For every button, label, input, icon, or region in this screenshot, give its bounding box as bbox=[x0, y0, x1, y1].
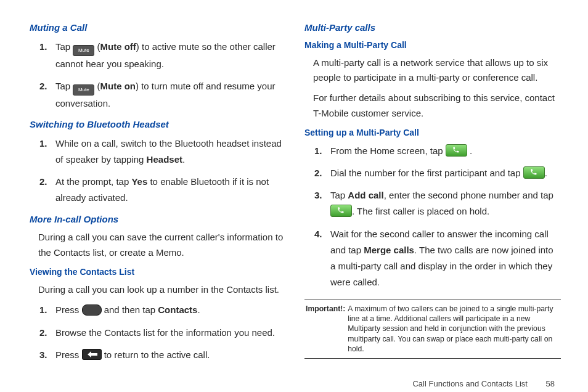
step-text: Tap bbox=[55, 41, 73, 52]
step-bold: Add call bbox=[348, 190, 383, 200]
step-text: , enter the second phone number and tap bbox=[384, 190, 553, 200]
body-text: During a call you can look up a number i… bbox=[38, 282, 286, 298]
manual-page: Muting a Call Tap Mute (Mute off) to act… bbox=[0, 0, 588, 392]
step-text: From the Home screen, tap bbox=[330, 145, 446, 156]
list-item: From the Home screen, tap . bbox=[330, 143, 561, 159]
step-bold: Yes bbox=[131, 176, 147, 187]
body-text: A multi-party call is a network service … bbox=[313, 55, 561, 86]
right-column: Multi-Party calls Making a Multi-Party C… bbox=[304, 18, 561, 369]
footer-section: Call Functions and Contacts List bbox=[412, 379, 527, 388]
list-item: At the prompt, tap Yes to enable Bluetoo… bbox=[55, 174, 286, 206]
step-text: . bbox=[545, 168, 547, 178]
step-text: . bbox=[197, 304, 200, 315]
step-text: to return to the active call. bbox=[104, 349, 210, 360]
important-text: A maximum of two callers can be joined t… bbox=[348, 304, 560, 354]
heading-setting-multiparty: Setting up a Multi-Party Call bbox=[304, 126, 561, 139]
important-note: Important!: A maximum of two callers can… bbox=[304, 300, 561, 359]
important-label: Important!: bbox=[306, 304, 348, 354]
step-text: Press bbox=[55, 304, 82, 315]
contacts-steps: Press and then tap Contacts. Browse the … bbox=[30, 302, 286, 363]
step-bold: Merge calls bbox=[364, 245, 414, 255]
list-item: Tap Mute (Mute on) to turn mute off and … bbox=[55, 78, 286, 112]
back-button-icon bbox=[82, 349, 102, 360]
body-text: For further details about subscribing to… bbox=[313, 91, 561, 121]
muting-steps: Tap Mute (Mute off) to active mute so th… bbox=[30, 39, 286, 112]
left-column: Muting a Call Tap Mute (Mute off) to act… bbox=[30, 18, 286, 369]
step-text: . bbox=[470, 145, 472, 156]
list-item: Wait for the second caller to answer the… bbox=[330, 226, 561, 291]
step-text: Tap bbox=[55, 81, 73, 91]
step-bold: Contacts bbox=[158, 304, 197, 315]
phone-call-icon bbox=[330, 205, 352, 217]
list-item: While on a call, switch to the Bluetooth… bbox=[55, 136, 286, 168]
heading-multiparty: Multi-Party calls bbox=[304, 21, 561, 35]
heading-more-options: More In-call Options bbox=[30, 213, 286, 227]
heading-bluetooth: Switching to Bluetooth Headset bbox=[30, 118, 286, 132]
list-item: Tap Add call, enter the second phone num… bbox=[330, 187, 561, 220]
step-text: and then tap bbox=[104, 304, 158, 315]
mute-icon: Mute bbox=[73, 45, 94, 56]
mute-icon: Mute bbox=[73, 84, 94, 96]
heading-contacts-list: Viewing the Contacts List bbox=[30, 266, 286, 279]
step-text: Press bbox=[55, 349, 82, 360]
menu-button-icon bbox=[82, 304, 102, 316]
heading-muting-call: Muting a Call bbox=[30, 21, 286, 35]
step-bold: Headset bbox=[147, 154, 182, 165]
list-item: Browse the Contacts list for the informa… bbox=[55, 325, 286, 341]
list-item: Press and then tap Contacts. bbox=[55, 302, 286, 318]
step-text: Dial the number for the first participan… bbox=[330, 168, 523, 178]
page-number: 58 bbox=[546, 379, 555, 388]
two-column-layout: Muting a Call Tap Mute (Mute off) to act… bbox=[30, 18, 561, 369]
step-text: At the prompt, tap bbox=[55, 176, 131, 187]
page-footer: Call Functions and Contacts List 58 bbox=[30, 369, 561, 388]
phone-call-icon bbox=[446, 144, 467, 157]
setting-steps: From the Home screen, tap . Dial the num… bbox=[304, 143, 561, 291]
list-item: Dial the number for the first participan… bbox=[330, 165, 561, 181]
step-bold: Mute on bbox=[100, 81, 136, 91]
list-item: Press to return to the active call. bbox=[55, 347, 286, 363]
body-text: During a call you can save the current c… bbox=[38, 230, 286, 261]
phone-call-icon bbox=[523, 166, 545, 179]
bluetooth-steps: While on a call, switch to the Bluetooth… bbox=[30, 136, 286, 206]
list-item: Tap Mute (Mute off) to active mute so th… bbox=[55, 39, 286, 72]
step-text: Tap bbox=[330, 190, 348, 200]
step-text: . bbox=[182, 154, 185, 165]
step-text: Browse the Contacts list for the informa… bbox=[55, 327, 275, 338]
step-text: . The first caller is placed on hold. bbox=[352, 206, 489, 216]
step-bold: Mute off bbox=[100, 41, 136, 52]
heading-making-multiparty: Making a Multi-Party Call bbox=[304, 39, 561, 52]
